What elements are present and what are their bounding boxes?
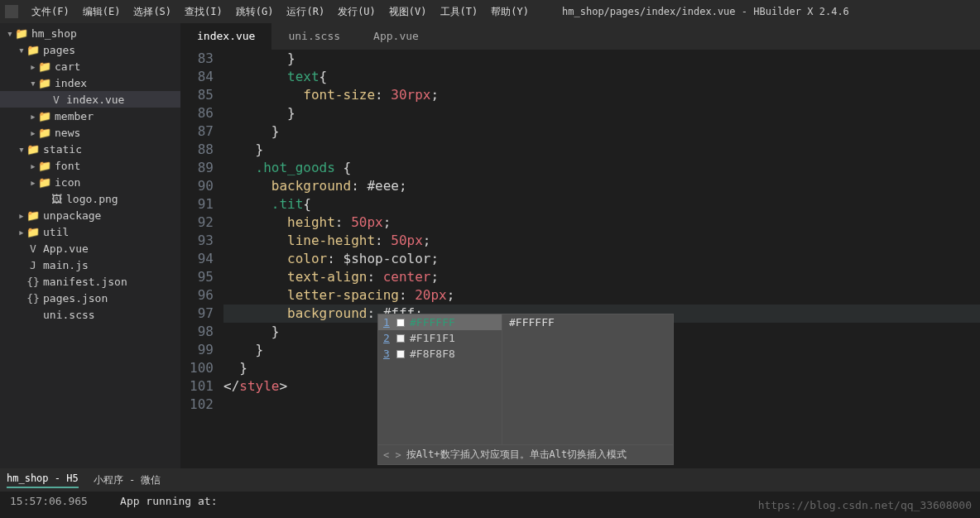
tree-row[interactable]: ▸📁util: [0, 223, 180, 240]
file-icon: 📁: [26, 143, 40, 156]
code-line[interactable]: text{: [223, 68, 980, 86]
menu-item[interactable]: 工具(T): [434, 2, 485, 22]
window-title: hm_shop/pages/index/index.vue - HBuilder…: [536, 6, 876, 17]
tree-row[interactable]: {}pages.json: [0, 290, 180, 306]
file-label: index.vue: [66, 94, 124, 106]
menu-item[interactable]: 选择(S): [127, 2, 178, 22]
twisty-icon: ▸: [28, 60, 38, 73]
twisty-icon: ▸: [28, 110, 38, 122]
menu-item[interactable]: 文件(F): [25, 2, 76, 22]
file-icon: 📁: [26, 44, 40, 56]
tree-row[interactable]: ▸📁font: [0, 157, 180, 174]
watermark: https://blog.csdn.net/qq_33608000: [758, 499, 972, 511]
menu-item[interactable]: 视图(V): [382, 2, 434, 22]
code-line[interactable]: color: $shop-color;: [223, 250, 980, 268]
line-number: 85: [180, 86, 214, 104]
file-label: main.js: [43, 259, 89, 271]
twisty-icon: ▾: [28, 77, 38, 89]
line-number: 100: [180, 359, 214, 377]
autocomplete-detail: #FFFFFF: [502, 314, 673, 444]
item-label: #FFFFFF: [410, 316, 455, 329]
line-number: 86: [180, 104, 214, 122]
code-line[interactable]: .hot_goods {: [223, 159, 980, 177]
tree-row[interactable]: ▸📁member: [0, 108, 180, 124]
code-editor[interactable]: 8384858687888990919293949596979899100101…: [180, 50, 980, 468]
tree-row[interactable]: ▾📁hm_shop: [0, 25, 180, 41]
line-number: 83: [180, 50, 214, 68]
file-icon: 📁: [38, 127, 51, 139]
status-tab[interactable]: 小程序 - 微信: [94, 473, 161, 487]
editor-area: index.vueuni.scssApp.vue 838485868788899…: [180, 23, 980, 468]
item-index: 1: [383, 316, 392, 329]
line-number: 94: [180, 250, 214, 268]
code-line[interactable]: }: [223, 122, 980, 141]
code-line[interactable]: text-align: center;: [223, 268, 980, 286]
item-index: 3: [383, 348, 392, 360]
code-lines[interactable]: } text{ font-size: 30rpx; } } } .hot_goo…: [223, 50, 980, 468]
code-line[interactable]: }: [223, 104, 980, 122]
status-tab[interactable]: hm_shop - H5: [7, 472, 79, 488]
status-tabs: hm_shop - H5小程序 - 微信: [0, 468, 980, 492]
editor-tab[interactable]: uni.scss: [271, 23, 357, 50]
line-number: 102: [180, 396, 214, 414]
tree-row[interactable]: ▾📁index: [0, 74, 180, 91]
twisty-icon: ▾: [5, 27, 15, 40]
code-line[interactable]: background: #eee;: [223, 177, 980, 195]
autocomplete-item[interactable]: 2#F1F1F1: [378, 330, 502, 346]
tree-row[interactable]: Jmain.js: [0, 257, 180, 273]
code-line[interactable]: }: [223, 50, 980, 68]
file-label: uni.scss: [43, 309, 95, 321]
tree-row[interactable]: Vindex.vue: [0, 91, 180, 108]
item-label: #F8F8F8: [410, 348, 455, 360]
tree-row[interactable]: VApp.vue: [0, 240, 180, 257]
autocomplete-list[interactable]: 1#FFFFFF2#F1F1F13#F8F8F8: [378, 314, 502, 444]
menu-item[interactable]: 跳转(G): [229, 2, 281, 22]
file-label: util: [43, 226, 69, 238]
tree-row[interactable]: 🖼logo.png: [0, 190, 180, 207]
nav-arrows-icon[interactable]: < >: [383, 449, 401, 461]
file-explorer: ▾📁hm_shop▾📁pages▸📁cart▾📁indexVindex.vue▸…: [0, 23, 180, 468]
editor-tab[interactable]: index.vue: [180, 23, 271, 50]
menu-item[interactable]: 编辑(E): [76, 2, 127, 22]
tree-row[interactable]: uni.scss: [0, 306, 180, 323]
menu-item[interactable]: 查找(I): [178, 2, 229, 22]
code-line[interactable]: .tit{: [223, 195, 980, 213]
autocomplete-item[interactable]: 1#FFFFFF: [378, 314, 502, 330]
file-label: font: [55, 160, 80, 172]
code-line[interactable]: }: [223, 141, 980, 159]
tree-row[interactable]: ▸📁icon: [0, 174, 180, 190]
code-line[interactable]: line-height: 50px;: [223, 232, 980, 250]
code-line[interactable]: font-size: 30rpx;: [223, 86, 980, 104]
tree-row[interactable]: ▸📁news: [0, 124, 180, 141]
twisty-icon: ▸: [17, 226, 26, 238]
file-icon: 📁: [26, 209, 40, 222]
file-icon: 📁: [38, 110, 51, 122]
autocomplete-item[interactable]: 3#F8F8F8: [378, 346, 502, 362]
twisty-icon: ▸: [28, 176, 38, 189]
tree-row[interactable]: ▸📁unpackage: [0, 207, 180, 223]
main-area: ▾📁hm_shop▾📁pages▸📁cart▾📁indexVindex.vue▸…: [0, 23, 980, 468]
code-line[interactable]: letter-spacing: 20px;: [223, 286, 980, 305]
file-label: icon: [55, 176, 80, 189]
twisty-icon: ▸: [28, 127, 38, 139]
tree-row[interactable]: ▸📁cart: [0, 58, 180, 74]
tree-row[interactable]: {}manifest.json: [0, 273, 180, 290]
autocomplete-popup[interactable]: 1#FFFFFF2#F1F1F13#F8F8F8 #FFFFFF < > 按Al…: [377, 314, 674, 465]
file-icon: {}: [26, 276, 40, 288]
tree-row[interactable]: ▾📁static: [0, 141, 180, 157]
line-number: 87: [180, 122, 214, 141]
code-line[interactable]: height: 50px;: [223, 213, 980, 232]
console-timestamp: 15:57:06.965: [10, 495, 88, 507]
item-index: 2: [383, 332, 392, 344]
line-number: 96: [180, 286, 214, 305]
file-label: pages: [43, 44, 75, 56]
twisty-icon: ▾: [17, 44, 26, 56]
editor-tab[interactable]: App.vue: [357, 23, 435, 50]
line-number: 89: [180, 159, 214, 177]
menu-item[interactable]: 帮助(Y): [484, 2, 536, 22]
menu-bar: 文件(F)编辑(E)选择(S)查找(I)跳转(G)运行(R)发行(U)视图(V)…: [0, 0, 980, 23]
menu-item[interactable]: 发行(U): [331, 2, 382, 22]
tree-row[interactable]: ▾📁pages: [0, 41, 180, 58]
menu-item[interactable]: 运行(R): [280, 2, 331, 22]
line-number: 95: [180, 268, 214, 286]
